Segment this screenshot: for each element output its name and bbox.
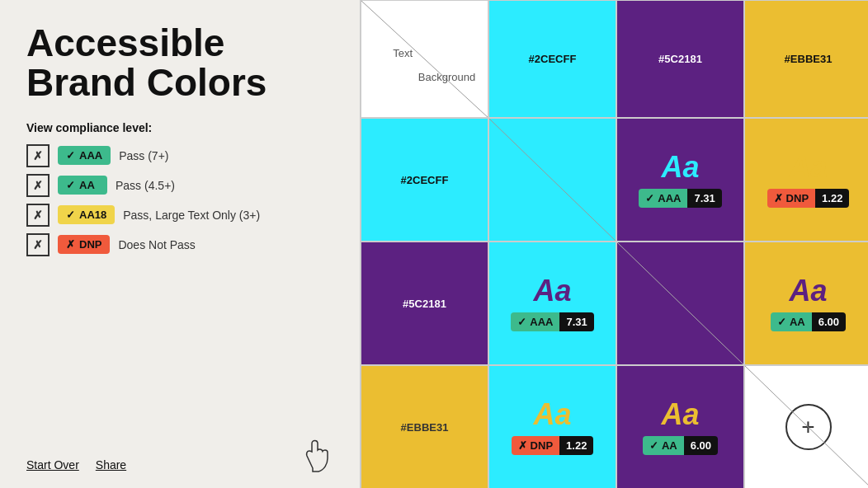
badge-left-yellow-purple: ✓AA (643, 436, 684, 455)
row-label-cyan: #2CECFF (401, 174, 449, 186)
legend-x-icon: ✗ (33, 238, 43, 251)
legend-list: ✗ ✓ AAA Pass (7+) ✗ ✓ AA Pass (4.5+) ✗ ✓ (26, 144, 333, 256)
row-label-purple: #5C2181 (403, 298, 446, 310)
grid-row3-label: #5C2181 (361, 242, 488, 365)
badge-check-aaa: ✓ (66, 149, 75, 162)
legend-checkbox-dnp[interactable]: ✗ (26, 233, 50, 256)
sample-text-yellow-cyan: Aa (533, 400, 571, 429)
header-label-yellow: #EBBE31 (785, 53, 833, 65)
score-purple-cyan: 7.31 (559, 312, 593, 331)
grid-row2-label: #2CECFF (361, 118, 488, 242)
badge-check-aa: ✓ (66, 179, 75, 191)
result-badge-cyan-yellow: ✗DNP 1.22 (767, 189, 850, 208)
badge-left-cyan-purple: ✓AAA (639, 189, 687, 208)
row-label-yellow: #EBBE31 (401, 421, 449, 434)
legend-x-icon: ✗ (33, 209, 43, 222)
result-badge-purple-cyan: ✓AAA 7.31 (511, 312, 593, 331)
legend-badge-aaa: ✓ AAA (58, 146, 111, 165)
legend-badge-dnp: ✗ DNP (58, 235, 110, 254)
score-cyan-purple: 7.31 (687, 189, 721, 208)
sample-text-purple-yellow: Aa (789, 276, 827, 306)
legend-badge-aa: ✓ AA (58, 176, 107, 195)
result-badge-yellow-purple: ✓AA 6.00 (643, 436, 718, 455)
color-grid: Text Background #2CECFF #5C2181 #EBBE31 … (360, 0, 868, 488)
grid-cell-yellow-yellow[interactable]: + (744, 365, 868, 488)
text-label: Text (393, 47, 413, 59)
sample-text-yellow-purple: Aa (661, 400, 699, 429)
grid-cell-cyan-cyan (488, 118, 616, 242)
grid-cell-cyan-yellow[interactable]: Aa ✗DNP 1.22 (744, 118, 868, 242)
grid-header-cyan: #2CECFF (488, 0, 616, 118)
bottom-links: Start Over Share (26, 458, 126, 472)
header-label-cyan: #2CECFF (529, 53, 577, 65)
header-label-purple: #5C2181 (658, 53, 702, 65)
legend-item-aaa: ✗ ✓ AAA Pass (7+) (26, 144, 333, 167)
legend-desc-aa: Pass (4.5+) (116, 179, 175, 192)
legend-checkbox-aa[interactable]: ✗ (26, 174, 50, 197)
sample-text-purple-cyan: Aa (533, 276, 571, 306)
sample-text-cyan-yellow: Aa (789, 152, 827, 182)
svg-line-3 (745, 366, 868, 488)
score-yellow-purple: 6.00 (684, 436, 718, 455)
page-title: Accessible Brand Colors (26, 23, 333, 103)
grid-cell-yellow-purple[interactable]: Aa ✓AA 6.00 (616, 365, 744, 488)
badge-left-cyan-yellow: ✗DNP (767, 189, 815, 208)
badge-label-aa: AA (79, 179, 95, 191)
badge-label-aa18: AA18 (79, 209, 106, 221)
legend-item-dnp: ✗ ✗ DNP Does Not Pass (26, 233, 333, 256)
badge-label-dnp: DNP (79, 238, 101, 251)
legend-desc-aaa: Pass (7+) (119, 149, 168, 162)
svg-line-2 (617, 242, 743, 364)
score-cyan-yellow: 1.22 (815, 189, 849, 208)
hand-icon (300, 435, 333, 480)
score-yellow-cyan: 1.22 (559, 436, 593, 455)
legend-x-icon: ✗ (33, 179, 43, 192)
legend-item-aa18: ✗ ✓ AA18 Pass, Large Text Only (3+) (26, 204, 333, 227)
legend-badge-aa18: ✓ AA18 (58, 205, 115, 224)
svg-line-0 (361, 1, 488, 117)
badge-label-aaa: AAA (79, 149, 102, 162)
compliance-label: View compliance level: (26, 121, 333, 134)
grid-cell-yellow-cyan[interactable]: Aa ✗DNP 1.22 (488, 365, 616, 488)
grid-cell-purple-purple (616, 242, 744, 365)
result-badge-purple-yellow: ✓AA 6.00 (771, 312, 846, 331)
legend-checkbox-aaa[interactable]: ✗ (26, 144, 50, 167)
legend-x-icon: ✗ (33, 149, 43, 162)
grid-header-yellow: #EBBE31 (744, 0, 868, 118)
bg-label: Background (418, 71, 475, 83)
grid-cell-purple-yellow[interactable]: Aa ✓AA 6.00 (744, 242, 868, 365)
score-purple-yellow: 6.00 (812, 312, 846, 331)
badge-left-purple-yellow: ✓AA (771, 312, 812, 331)
badge-left-yellow-cyan: ✗DNP (512, 436, 559, 455)
legend-checkbox-aa18[interactable]: ✗ (26, 204, 50, 227)
left-panel: Accessible Brand Colors View compliance … (0, 0, 360, 488)
badge-x-dnp: ✗ (66, 238, 75, 251)
share-link[interactable]: Share (96, 458, 126, 472)
grid-header-corner: Text Background (361, 0, 488, 118)
result-badge-yellow-cyan: ✗DNP 1.22 (512, 436, 594, 455)
grid-header-purple: #5C2181 (616, 0, 744, 118)
start-over-link[interactable]: Start Over (26, 458, 79, 472)
svg-line-1 (489, 119, 616, 241)
grid-cell-purple-cyan[interactable]: Aa ✓AAA 7.31 (488, 242, 616, 365)
grid-row4-label: #EBBE31 (361, 365, 488, 488)
sample-text-cyan-purple: Aa (661, 152, 699, 182)
legend-desc-aa18: Pass, Large Text Only (3+) (123, 209, 260, 222)
badge-check-aa18: ✓ (66, 209, 75, 221)
result-badge-cyan-purple: ✓AAA 7.31 (639, 189, 721, 208)
legend-desc-dnp: Does Not Pass (118, 238, 195, 251)
grid-cell-cyan-purple[interactable]: Aa ✓AAA 7.31 (616, 118, 744, 242)
badge-left-purple-cyan: ✓AAA (511, 312, 559, 331)
legend-item-aa: ✗ ✓ AA Pass (4.5+) (26, 174, 333, 197)
